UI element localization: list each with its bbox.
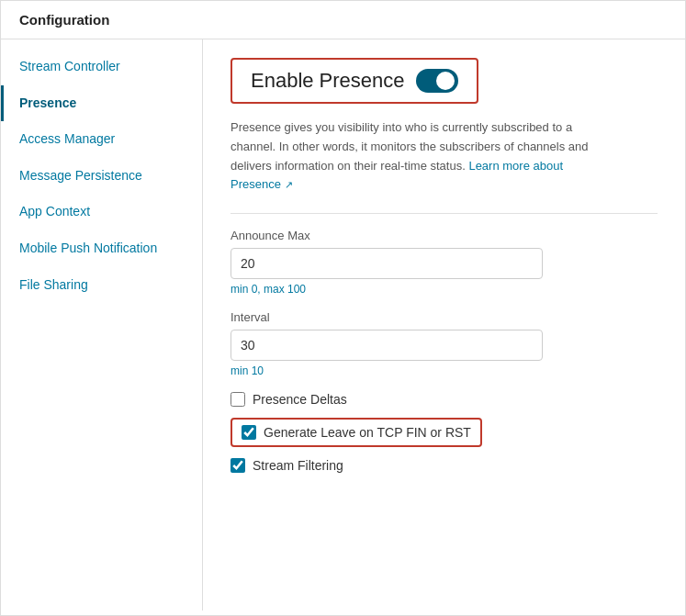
presence-deltas-row[interactable]: Presence Deltas xyxy=(231,392,658,407)
sidebar-item-access-manager[interactable]: Access Manager xyxy=(1,121,202,158)
stream-filtering-checkbox[interactable] xyxy=(231,458,245,473)
interval-label: Interval xyxy=(231,310,543,324)
sidebar-item-message-persistence[interactable]: Message Persistence xyxy=(1,158,202,195)
sidebar-item-presence[interactable]: Presence xyxy=(1,85,202,122)
announce-max-hint: min 0, max 100 xyxy=(231,283,543,296)
announce-max-input[interactable] xyxy=(231,248,543,279)
stream-filtering-row[interactable]: Stream Filtering xyxy=(231,458,658,473)
sidebar-item-app-context[interactable]: App Context xyxy=(1,194,202,230)
presence-description: Presence gives you visibility into who i… xyxy=(231,118,616,195)
sidebar-item-stream-controller[interactable]: Stream Controller xyxy=(1,49,202,85)
main-content: Enable Presence Presence gives you visib… xyxy=(203,39,685,610)
generate-leave-box: Generate Leave on TCP FIN or RST xyxy=(231,418,658,458)
page-title: Configuration xyxy=(19,12,109,28)
divider xyxy=(231,213,658,214)
enable-presence-label: Enable Presence xyxy=(251,69,405,93)
sidebar-item-mobile-push-notification[interactable]: Mobile Push Notification xyxy=(1,230,202,267)
generate-leave-label: Generate Leave on TCP FIN or RST xyxy=(264,425,471,440)
enable-presence-toggle[interactable] xyxy=(416,69,458,93)
stream-filtering-label: Stream Filtering xyxy=(253,458,343,473)
generate-leave-checkbox[interactable] xyxy=(242,425,256,440)
presence-deltas-checkbox[interactable] xyxy=(231,392,245,407)
sidebar: Stream Controller Presence Access Manage… xyxy=(1,39,203,610)
toggle-track xyxy=(416,69,458,93)
announce-max-group: Announce Max min 0, max 100 xyxy=(231,229,543,296)
presence-deltas-label: Presence Deltas xyxy=(253,392,347,407)
interval-input[interactable] xyxy=(231,330,543,361)
enable-presence-box: Enable Presence xyxy=(231,58,478,104)
generate-leave-label-row[interactable]: Generate Leave on TCP FIN or RST xyxy=(231,418,482,447)
announce-max-label: Announce Max xyxy=(231,229,543,242)
content-layout: Stream Controller Presence Access Manage… xyxy=(1,39,685,610)
page-header: Configuration xyxy=(1,1,685,39)
external-link-icon: ↗ xyxy=(285,179,293,190)
toggle-thumb xyxy=(436,72,455,90)
sidebar-item-file-sharing[interactable]: File Sharing xyxy=(1,267,202,304)
interval-group: Interval min 10 xyxy=(231,310,543,377)
page-container: Configuration Stream Controller Presence… xyxy=(0,0,686,616)
interval-hint: min 10 xyxy=(231,364,543,377)
